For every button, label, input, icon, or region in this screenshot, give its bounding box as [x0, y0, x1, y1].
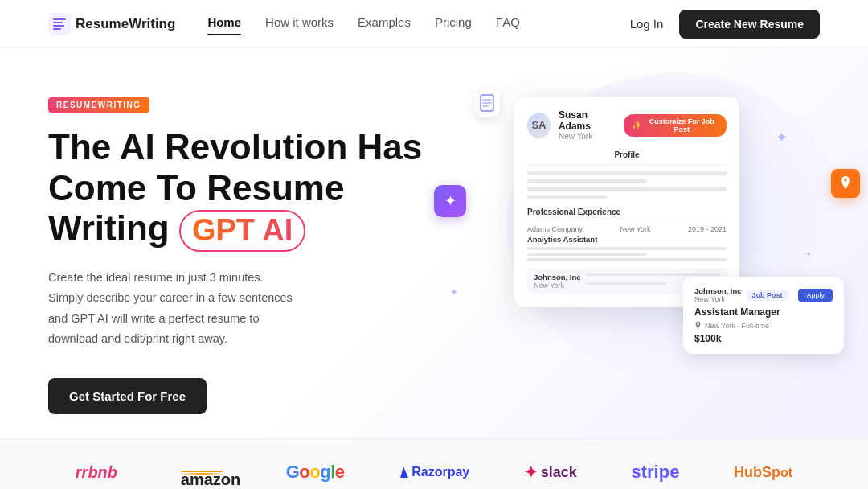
- nav-home[interactable]: Home: [207, 15, 241, 32]
- exp-company-1: Adams Company: [527, 225, 583, 233]
- exp-company-2: Johnson, Inc: [534, 273, 581, 281]
- hero-badge: RESUMEWRITING: [48, 97, 149, 113]
- exp-line-c: [527, 258, 727, 261]
- job-card-company-info: Johnson, Inc New York: [694, 286, 742, 303]
- exp-role-1: Analytics Assistant: [527, 235, 727, 244]
- hubspot-text: HubSp: [734, 464, 780, 480]
- sparkle-1: ✦: [776, 129, 788, 146]
- resume-name: Susan Adams: [559, 109, 616, 132]
- slack-hash: ✦: [524, 462, 538, 482]
- avatar: SA: [527, 113, 551, 138]
- g-blue2: g: [320, 462, 330, 482]
- amazon-logo: amazon: [172, 471, 231, 475]
- amazon-text: amazon: [181, 471, 223, 472]
- logo-text: ResumeWriting: [76, 16, 175, 32]
- document-icon: [474, 88, 500, 117]
- g-red2: e: [335, 462, 345, 482]
- resume-card-header: SA Susan Adams New York ✨ Customize For …: [527, 109, 727, 141]
- g-blue: G: [286, 462, 300, 482]
- sparkle-3: ✦: [805, 249, 812, 258]
- google-logo: Google: [286, 462, 345, 483]
- profile-line-1: [527, 171, 727, 175]
- razorpay-text: Razorpay: [411, 465, 469, 479]
- login-link[interactable]: Log In: [630, 17, 664, 31]
- exp-lines-1: [527, 247, 727, 261]
- hero-title-line1: The AI Revolution Has: [48, 127, 422, 166]
- slack-text: slack: [541, 464, 577, 481]
- location-pin-icon: [831, 169, 860, 198]
- job-company-location: New York: [694, 295, 742, 303]
- razorpay-logo: Razorpay: [399, 465, 469, 479]
- hero-title-line2: Come To Resume: [48, 168, 344, 208]
- job-location: New York · Full-time: [705, 322, 769, 330]
- location-icon-small: [694, 321, 702, 330]
- g-yellow: o: [309, 462, 320, 482]
- profile-line-2: [527, 179, 647, 183]
- resume-card: SA Susan Adams New York ✨ Customize For …: [514, 97, 739, 307]
- exp-location-2: New York: [534, 281, 581, 290]
- job-company-name: Johnson, Inc: [694, 286, 742, 295]
- hubspot-logo: HubSpot: [734, 464, 792, 481]
- exp-line-a: [527, 247, 727, 250]
- nav-pricing[interactable]: Pricing: [435, 15, 472, 32]
- experience-label: Professional Experience: [527, 208, 727, 220]
- svg-rect-0: [48, 13, 71, 35]
- gpt-highlight: GPT AI: [179, 210, 305, 252]
- nav-how-it-works[interactable]: How it works: [265, 15, 334, 32]
- apply-button[interactable]: Apply: [798, 289, 833, 302]
- exp-company-2-block: Johnson, Inc New York: [534, 273, 581, 290]
- create-resume-button[interactable]: Create New Resume: [679, 10, 820, 39]
- hero-description: Create the ideal resume in just 3 minute…: [48, 268, 297, 350]
- job-card-top: Johnson, Inc New York Job Post Apply: [694, 286, 833, 303]
- job-post-tag: Job Post: [747, 290, 788, 301]
- get-started-button[interactable]: Get Started For Free: [48, 378, 207, 414]
- nav-right: Log In Create New Resume: [630, 10, 820, 39]
- nav-faq[interactable]: FAQ: [496, 15, 520, 32]
- customize-job-post-button[interactable]: ✨ Customize For Job Post: [624, 114, 727, 137]
- hubspot-dot: ot: [780, 466, 792, 479]
- svg-marker-2: [400, 466, 408, 478]
- exp-line-b: [527, 253, 647, 256]
- navbar: ResumeWriting Home How it works Examples…: [0, 0, 868, 48]
- logo[interactable]: ResumeWriting: [48, 13, 175, 35]
- hero-right: ✦ ✦ ✦ ✦ SA Susan Adams New York ✨ Custom…: [434, 88, 820, 362]
- hero-section: RESUMEWRITING The AI Revolution Has Come…: [0, 48, 868, 438]
- job-title: Assistant Manager: [694, 306, 833, 318]
- job-card: Johnson, Inc New York Job Post Apply Ass…: [683, 277, 844, 354]
- slack-logo: ✦ slack: [524, 462, 577, 482]
- nav-examples[interactable]: Examples: [358, 15, 411, 32]
- stripe-text: stripe: [631, 462, 679, 482]
- nav-links: Home How it works Examples Pricing FAQ: [207, 15, 629, 32]
- exp2-line-b: [586, 282, 666, 285]
- exp-row-1: Adams Company New York 2019 - 2021: [527, 225, 727, 233]
- stripe-logo: stripe: [631, 462, 679, 483]
- profile-line-3: [527, 187, 727, 191]
- airbnb-logo: rrbnb: [76, 463, 117, 482]
- hero-left: RESUMEWRITING The AI Revolution Has Come…: [48, 88, 434, 414]
- job-salary: $100k: [694, 333, 833, 344]
- hero-title-line3: Writing: [48, 208, 170, 248]
- exp-location-1: New York: [620, 225, 650, 233]
- profile-line-4: [527, 195, 607, 199]
- sparkle-2: ✦: [450, 286, 458, 298]
- resume-location: New York: [559, 132, 616, 141]
- exp2-line-a: [586, 273, 720, 276]
- razorpay-icon: [399, 466, 408, 478]
- hero-title: The AI Revolution Has Come To Resume Wri…: [48, 127, 434, 252]
- exp-years-1: 2019 - 2021: [688, 225, 727, 233]
- profile-section-label: Profile: [527, 150, 727, 165]
- g-red: o: [299, 462, 309, 482]
- job-meta: New York · Full-time: [694, 321, 833, 330]
- magic-wand-icon: ✦: [434, 185, 466, 217]
- resume-name-block: Susan Adams New York: [559, 109, 616, 141]
- logos-bar: rrbnb amazon Google Razorpay ✦ slack str…: [0, 438, 868, 489]
